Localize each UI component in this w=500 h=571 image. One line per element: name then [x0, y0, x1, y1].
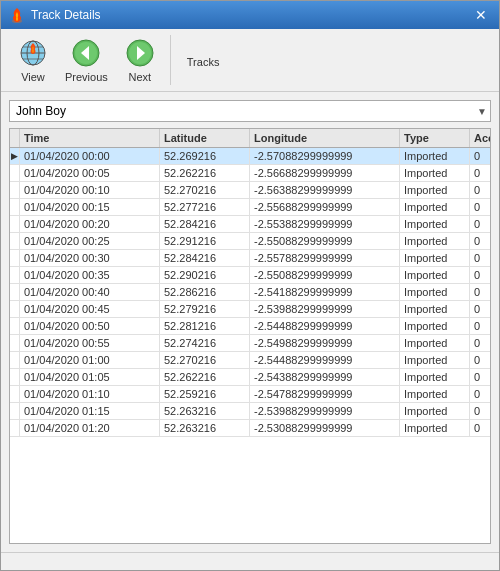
cell-latitude: 52.277216 — [160, 199, 250, 215]
table-row[interactable]: 01/04/2020 00:20 52.284216 -2.5538829999… — [10, 216, 490, 233]
table-row[interactable]: ▶ 01/04/2020 00:00 52.269216 -2.57088299… — [10, 148, 490, 165]
cell-type: Imported — [400, 148, 470, 164]
cell-type: Imported — [400, 301, 470, 317]
table-row[interactable]: 01/04/2020 01:05 52.262216 -2.5438829999… — [10, 369, 490, 386]
row-indicator — [10, 403, 20, 419]
row-indicator — [10, 233, 20, 249]
cell-accuracy: 0 — [470, 284, 490, 300]
cell-accuracy: 0 — [470, 301, 490, 317]
cell-type: Imported — [400, 182, 470, 198]
cell-accuracy: 0 — [470, 420, 490, 436]
cell-longitude: -2.54988299999999 — [250, 335, 400, 351]
cell-accuracy: 0 — [470, 216, 490, 232]
cell-latitude: 52.269216 — [160, 148, 250, 164]
cell-accuracy: 0 — [470, 369, 490, 385]
row-indicator — [10, 369, 20, 385]
cell-type: Imported — [400, 165, 470, 181]
row-indicator — [10, 216, 20, 232]
cell-longitude: -2.53988299999999 — [250, 403, 400, 419]
window-title: Track Details — [31, 8, 101, 22]
table-body[interactable]: ▶ 01/04/2020 00:00 52.269216 -2.57088299… — [10, 148, 490, 543]
cell-longitude: -2.53988299999999 — [250, 301, 400, 317]
row-indicator: ▶ — [10, 148, 20, 164]
col-time: Time — [20, 129, 160, 147]
cell-type: Imported — [400, 420, 470, 436]
table-row[interactable]: 01/04/2020 01:00 52.270216 -2.5448829999… — [10, 352, 490, 369]
toolbar-divider — [170, 35, 171, 85]
title-bar: Track Details ✕ — [1, 1, 499, 29]
table-row[interactable]: 01/04/2020 00:50 52.281216 -2.5448829999… — [10, 318, 490, 335]
data-table: Time Latitude Longitude Type Accuracy ▶ … — [9, 128, 491, 544]
cell-accuracy: 0 — [470, 250, 490, 266]
next-label: Next — [128, 71, 151, 83]
cell-latitude: 52.290216 — [160, 267, 250, 283]
cell-type: Imported — [400, 335, 470, 351]
toolbar: View Previous — [1, 29, 499, 92]
cell-latitude: 52.262216 — [160, 165, 250, 181]
cell-latitude: 52.270216 — [160, 352, 250, 368]
cell-accuracy: 0 — [470, 182, 490, 198]
row-indicator — [10, 352, 20, 368]
cell-latitude: 52.259216 — [160, 386, 250, 402]
table-row[interactable]: 01/04/2020 00:40 52.286216 -2.5418829999… — [10, 284, 490, 301]
cell-longitude: -2.54188299999999 — [250, 284, 400, 300]
cell-type: Imported — [400, 267, 470, 283]
cell-time: 01/04/2020 01:00 — [20, 352, 160, 368]
cell-time: 01/04/2020 01:05 — [20, 369, 160, 385]
cell-time: 01/04/2020 01:10 — [20, 386, 160, 402]
main-window: Track Details ✕ View — [0, 0, 500, 571]
next-button[interactable]: Next — [118, 35, 162, 85]
table-row[interactable]: 01/04/2020 00:45 52.279216 -2.5398829999… — [10, 301, 490, 318]
cell-type: Imported — [400, 233, 470, 249]
cell-longitude: -2.55688299999999 — [250, 199, 400, 215]
previous-label: Previous — [65, 71, 108, 83]
col-latitude: Latitude — [160, 129, 250, 147]
table-row[interactable]: 01/04/2020 01:20 52.263216 -2.5308829999… — [10, 420, 490, 437]
cell-latitude: 52.274216 — [160, 335, 250, 351]
cell-time: 01/04/2020 00:50 — [20, 318, 160, 334]
cell-type: Imported — [400, 386, 470, 402]
view-button[interactable]: View — [11, 35, 55, 85]
table-row[interactable]: 01/04/2020 00:10 52.270216 -2.5638829999… — [10, 182, 490, 199]
view-label: View — [21, 71, 45, 83]
app-icon — [9, 7, 25, 23]
cell-accuracy: 0 — [470, 267, 490, 283]
col-type: Type — [400, 129, 470, 147]
cell-longitude: -2.54488299999999 — [250, 352, 400, 368]
previous-button[interactable]: Previous — [59, 35, 114, 85]
table-row[interactable]: 01/04/2020 01:15 52.263216 -2.5398829999… — [10, 403, 490, 420]
cell-accuracy: 0 — [470, 233, 490, 249]
close-button[interactable]: ✕ — [471, 5, 491, 25]
col-accuracy: Accuracy — [470, 129, 491, 147]
row-indicator — [10, 267, 20, 283]
cell-type: Imported — [400, 403, 470, 419]
table-row[interactable]: 01/04/2020 00:25 52.291216 -2.5508829999… — [10, 233, 490, 250]
row-indicator — [10, 301, 20, 317]
cell-latitude: 52.262216 — [160, 369, 250, 385]
previous-icon — [70, 37, 102, 69]
row-arrow-icon: ▶ — [11, 151, 18, 161]
table-row[interactable]: 01/04/2020 01:10 52.259216 -2.5478829999… — [10, 386, 490, 403]
cell-time: 01/04/2020 00:20 — [20, 216, 160, 232]
status-bar — [1, 552, 499, 570]
cell-type: Imported — [400, 352, 470, 368]
table-row[interactable]: 01/04/2020 00:55 52.274216 -2.5498829999… — [10, 335, 490, 352]
dropdown-wrapper: John Boy ▼ — [9, 100, 491, 122]
next-icon — [124, 37, 156, 69]
cell-accuracy: 0 — [470, 403, 490, 419]
cell-longitude: -2.54388299999999 — [250, 369, 400, 385]
tracks-section: Tracks — [179, 50, 228, 70]
cell-latitude: 52.270216 — [160, 182, 250, 198]
cell-time: 01/04/2020 00:40 — [20, 284, 160, 300]
flame-title-icon — [9, 7, 25, 23]
table-row[interactable]: 01/04/2020 00:05 52.262216 -2.5668829999… — [10, 165, 490, 182]
cell-latitude: 52.286216 — [160, 284, 250, 300]
cell-latitude: 52.284216 — [160, 216, 250, 232]
table-row[interactable]: 01/04/2020 00:30 52.284216 -2.5578829999… — [10, 250, 490, 267]
cell-type: Imported — [400, 199, 470, 215]
cell-accuracy: 0 — [470, 318, 490, 334]
table-row[interactable]: 01/04/2020 00:35 52.290216 -2.5508829999… — [10, 267, 490, 284]
table-row[interactable]: 01/04/2020 00:15 52.277216 -2.5568829999… — [10, 199, 490, 216]
view-icon — [17, 37, 49, 69]
track-selector[interactable]: John Boy — [9, 100, 491, 122]
